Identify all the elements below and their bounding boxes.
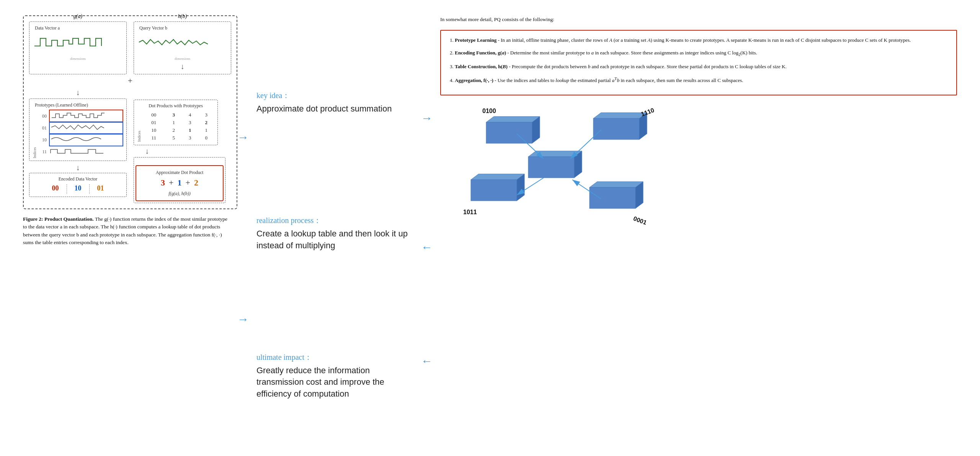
dp-val-01-c1: 1 bbox=[166, 119, 182, 126]
step-3-text: - Precompute the dot products between b … bbox=[509, 64, 787, 69]
dp-val-00-c3: 3 bbox=[198, 111, 215, 119]
encoded-val-01: 01 bbox=[97, 184, 104, 194]
dp-val-11-c1: 5 bbox=[166, 134, 182, 142]
prototypes-box: Prototypes (Learned Offline) Indices 00 bbox=[29, 98, 127, 161]
key-idea-text: Approximate dot product summation bbox=[256, 103, 417, 115]
step-2-title: Encoding Function, g(a) bbox=[455, 50, 506, 56]
dot-products-box: Dot Products with Prototypes Indices 00 … bbox=[134, 100, 218, 145]
encoded-box: Encoded Data Vector 00 10 01 bbox=[29, 173, 127, 197]
right-column: In somewhat more detail, PQ consists of … bbox=[440, 15, 957, 441]
proto-row-00: 00 bbox=[38, 111, 123, 121]
proto-arrow-down: ↓ bbox=[29, 88, 127, 97]
step-1-text: - In an initial, offline training phase,… bbox=[498, 37, 911, 43]
dp-table: 00 3 4 3 01 1 3 2 bbox=[142, 111, 214, 142]
svg-rect-10 bbox=[590, 187, 635, 208]
realization-text: Create a lookup table and then look it u… bbox=[256, 228, 417, 252]
proto-row-01: 01 bbox=[38, 123, 123, 133]
step-1-title: Prototype Learning bbox=[455, 37, 497, 43]
step-3: Table Construction, h(B) - Precompute th… bbox=[455, 62, 949, 71]
approx-val-1: 1 bbox=[178, 178, 182, 188]
approx-title: Approximate Dot Product bbox=[142, 170, 217, 176]
svg-rect-13 bbox=[528, 157, 574, 178]
svg-rect-1 bbox=[486, 122, 532, 143]
arrow-left-1: ← bbox=[421, 241, 436, 254]
top-function-boxes: g(a) Data Vector a dimensions h(b) Query… bbox=[29, 21, 231, 74]
dp-val-10-c2: 1 bbox=[182, 126, 198, 134]
step-1: Prototype Learning - In an initial, offl… bbox=[455, 36, 949, 44]
proto-index-00: 00 bbox=[38, 113, 47, 119]
svg-marker-3 bbox=[593, 113, 647, 118]
pq-diagram: g(a) Data Vector a dimensions h(b) Query… bbox=[23, 15, 237, 209]
data-waveform bbox=[33, 33, 123, 55]
proto-index-01: 01 bbox=[38, 125, 47, 131]
dp-indices-label: Indices bbox=[137, 111, 141, 142]
dp-row-10: 10 2 1 1 bbox=[142, 126, 214, 134]
arrow-to-realization: → bbox=[237, 313, 253, 326]
dp-to-approx-arrow: ↓ bbox=[145, 147, 149, 156]
encoded-values: 00 10 01 bbox=[33, 184, 122, 194]
approx-func: f(g(a), h(b)) bbox=[142, 191, 217, 197]
query-dim-label: dimensions bbox=[137, 57, 228, 61]
ultimate-block: ultimate impact： Greatly reduce the info… bbox=[256, 352, 417, 400]
proto-row-11: 11 bbox=[38, 146, 123, 157]
hb-label: h(b) bbox=[178, 13, 187, 20]
hb-arrow-down: ↓ bbox=[137, 62, 228, 71]
dp-row-00: 00 3 4 3 bbox=[142, 111, 214, 119]
ga-label: g(a) bbox=[74, 13, 82, 20]
dp-val-00-c1: 3 bbox=[166, 111, 182, 119]
block-label-1011: 1011 bbox=[463, 209, 477, 216]
encoded-val-00: 00 bbox=[52, 184, 59, 194]
data-vector-title: Data Vector a bbox=[33, 24, 123, 31]
step-4-title: Aggregation, f(·, ·) bbox=[455, 77, 493, 83]
query-vector-title: Query Vector b bbox=[137, 24, 228, 31]
step-4-text: - Use the indices and tables to lookup t… bbox=[495, 77, 743, 83]
block-1110: 1110 bbox=[582, 111, 651, 151]
dp-row-01: 01 1 3 2 bbox=[142, 119, 214, 126]
data-dim-label: dimensions bbox=[33, 57, 123, 61]
dp-val-10-c1: 2 bbox=[166, 126, 182, 134]
intro-text: In somewhat more detail, PQ consists of … bbox=[440, 15, 957, 24]
key-idea-block: key idea： Approximate dot product summat… bbox=[256, 90, 417, 115]
approx-val-2: 2 bbox=[194, 178, 198, 188]
dp-val-10-c3: 1 bbox=[198, 126, 215, 134]
approx-box: Approximate Dot Product 3 + 1 + 2 f(g(a)… bbox=[136, 165, 224, 201]
approx-plus-2: + bbox=[186, 178, 190, 188]
dp-idx-01: 01 bbox=[142, 119, 166, 126]
dp-val-01-c3: 2 bbox=[198, 119, 215, 126]
step-4: Aggregation, f(·, ·) - Use the indices a… bbox=[455, 75, 949, 85]
caption-bold: Figure 2: Product Quantization. bbox=[23, 216, 94, 222]
dp-val-11-c2: 3 bbox=[182, 134, 198, 142]
ultimate-label: ultimate impact： bbox=[256, 352, 417, 363]
approx-outer-dashed: Approximate Dot Product 3 + 1 + 2 f(g(a)… bbox=[134, 157, 225, 203]
right-numbered-box: Prototype Learning - In an initial, offl… bbox=[440, 30, 957, 95]
figure-caption: Figure 2: Product Quantization. The g(·)… bbox=[23, 215, 230, 246]
dp-row-11: 11 5 3 0 bbox=[142, 134, 214, 142]
dp-idx-10: 10 bbox=[142, 126, 166, 134]
hb-box: h(b) Query Vector b dimensions ↓ bbox=[134, 21, 231, 74]
pq-steps-list: Prototype Learning - In an initial, offl… bbox=[448, 36, 949, 85]
dp-idx-00: 00 bbox=[142, 111, 166, 119]
ultimate-text: Greatly reduce the information transmiss… bbox=[256, 365, 417, 400]
right-arrows: → ← ← bbox=[417, 15, 440, 441]
encoded-val-10: 10 bbox=[75, 184, 82, 194]
proto-index-11: 11 bbox=[38, 149, 47, 155]
proto-index-10: 10 bbox=[38, 137, 47, 143]
svg-rect-4 bbox=[593, 118, 639, 139]
proto-indices-label: Indices bbox=[33, 110, 37, 158]
svg-rect-7 bbox=[471, 180, 517, 201]
ga-box: g(a) Data Vector a dimensions bbox=[29, 21, 127, 74]
realization-label: realization process： bbox=[256, 215, 417, 226]
plus-symbol: + bbox=[29, 76, 231, 86]
approx-plus-1: + bbox=[169, 178, 173, 188]
key-idea-label: key idea： bbox=[256, 90, 417, 101]
blocks-visualization: 0100 1110 1011 bbox=[440, 103, 957, 226]
main-container: g(a) Data Vector a dimensions h(b) Query… bbox=[0, 0, 980, 456]
block-0100: 0100 bbox=[475, 115, 544, 154]
dp-val-00-c2: 4 bbox=[182, 111, 198, 119]
dot-products-title: Dot Products with Prototypes bbox=[137, 103, 214, 109]
diagram-column: g(a) Data Vector a dimensions h(b) Query… bbox=[23, 15, 234, 441]
step-2-text: - Determine the most similar prototype t… bbox=[507, 50, 757, 56]
block-label-0100: 0100 bbox=[482, 108, 496, 115]
svg-marker-9 bbox=[590, 182, 643, 187]
approx-formula: 3 + 1 + 2 bbox=[142, 178, 217, 188]
